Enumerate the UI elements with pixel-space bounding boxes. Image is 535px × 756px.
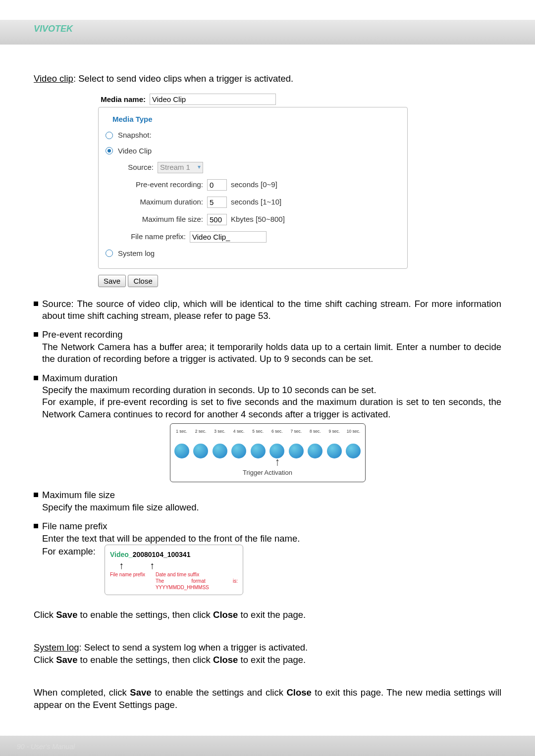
body-text: Source: The source of video clip, which …	[34, 298, 501, 711]
sec-label: 5 sec.	[252, 429, 264, 444]
bullet-icon	[34, 376, 38, 380]
bullet-source: Source: The source of video clip, which …	[34, 298, 501, 322]
dot-icon	[327, 444, 342, 458]
example-label-prefix: File name prefix	[110, 571, 156, 591]
bullet-maxduration-b1: Specify the maximum recording duration i…	[42, 384, 501, 396]
radio-systemlog-row[interactable]: System log	[106, 246, 400, 261]
bullet-preevent-body: The Network Camera has a buffer area; it…	[42, 341, 501, 365]
example-label-suffix-b: The format is: YYYYMMDD_HHMMSS	[156, 578, 238, 590]
bullet-prefix: File name prefix Enter the text that wil…	[34, 520, 501, 595]
source-select[interactable]: Stream 1 ▾	[158, 162, 203, 173]
dot-icon	[289, 444, 304, 458]
fieldset-legend: Media Type	[109, 114, 156, 124]
media-name-input[interactable]	[150, 94, 276, 105]
arrow-up-icon: ↑	[119, 560, 124, 570]
system-log-line: System log: Select to send a system log …	[34, 642, 501, 666]
preevent-input[interactable]	[207, 179, 227, 191]
dot-icon	[231, 444, 246, 458]
dot-icon	[193, 444, 208, 458]
intro-text: : Select to send video clips when a trig…	[73, 73, 293, 84]
bullet-prefix-b2: For example:	[42, 546, 96, 557]
prefix-label: File name prefix:	[125, 232, 190, 242]
dot-icon	[251, 444, 266, 458]
maxduration-input[interactable]	[207, 197, 227, 208]
radio-snapshot-label: Snapshot:	[118, 130, 152, 140]
videoclip-options: Source: Stream 1 ▾ Pre-event recording: …	[106, 159, 400, 246]
bullet-icon	[34, 302, 38, 306]
sec-label: 1 sec.	[176, 429, 187, 444]
maxfilesize-suffix: Kbytes [50~800]	[227, 214, 285, 224]
dot-icon	[213, 444, 227, 458]
sec-label: 4 sec.	[233, 429, 245, 444]
prefix-input[interactable]	[190, 231, 267, 243]
bullet-prefix-b1: Enter the text that will be appended to …	[42, 533, 501, 545]
maxduration-row: Maximum duration: seconds [1~10]	[125, 194, 400, 211]
sec-label: 9 sec.	[329, 429, 340, 444]
media-panel: Media name: Media Type Snapshot: Video C…	[98, 94, 408, 287]
completion-line: When completed, click Save to enable the…	[34, 687, 501, 711]
bullet-prefix-heading: File name prefix	[42, 520, 501, 532]
bullet-preevent: Pre-event recording The Network Camera h…	[34, 329, 501, 365]
close-button[interactable]: Close	[128, 275, 158, 287]
bullet-source-text: Source: The source of video clip, which …	[42, 298, 501, 322]
radio-icon	[106, 250, 113, 257]
footer-text: 90 - User's Manual	[17, 743, 75, 751]
preevent-row: Pre-event recording: seconds [0~9]	[125, 176, 400, 194]
chevron-down-icon: ▾	[198, 163, 201, 171]
bullet-maxfilesize: Maximum file size Specify the maximum fi…	[34, 489, 501, 513]
click-save-close-1: Click Save to enable the settings, then …	[34, 609, 501, 621]
bullet-maxduration-b2: For example, if pre-event recording is s…	[42, 396, 501, 420]
diagram-dots: 1 sec. 2 sec. 3 sec. 4 sec. 5 sec. 6 sec…	[174, 429, 361, 458]
maxfilesize-label: Maximum file size:	[125, 214, 207, 224]
maxduration-suffix: seconds [1~10]	[227, 197, 281, 207]
save-button[interactable]: Save	[98, 275, 126, 287]
source-row: Source: Stream 1 ▾	[125, 159, 400, 176]
button-bar: Save Close	[98, 275, 408, 287]
example-prefix: Video_	[110, 551, 133, 558]
media-name-label: Media name:	[98, 95, 150, 104]
bullet-icon	[34, 524, 38, 528]
radio-videoclip-row[interactable]: Video Clip	[106, 143, 400, 159]
media-type-fieldset: Media Type Snapshot: Video Clip Source: …	[98, 107, 408, 268]
example-suffix: 20080104_100341	[133, 551, 191, 558]
sec-label: 8 sec.	[310, 429, 321, 444]
maxfilesize-input[interactable]	[207, 214, 227, 225]
page-footer: 90 - User's Manual	[0, 736, 535, 756]
bullet-maxfilesize-body: Specify the maximum file size allowed.	[42, 502, 501, 513]
maxfilesize-row: Maximum file size: Kbytes [50~800]	[125, 211, 400, 228]
sec-label: 3 sec.	[214, 429, 225, 444]
page-header: VIVOTEK	[0, 0, 535, 45]
example-filename: Video_20080104_100341	[110, 550, 238, 559]
radio-icon	[106, 147, 113, 154]
preevent-label: Pre-event recording:	[125, 180, 207, 190]
arrow-up-icon: ↑	[150, 560, 155, 570]
bullet-maxfilesize-heading: Maximum file size	[42, 489, 501, 501]
dot-icon	[308, 444, 322, 458]
system-log-label: System log	[34, 642, 79, 653]
radio-snapshot-row[interactable]: Snapshot:	[106, 127, 400, 143]
source-label: Source:	[125, 162, 158, 172]
radio-icon	[106, 132, 113, 139]
bullet-maxduration: Maximum duration Specify the maximum rec…	[34, 372, 501, 421]
maxduration-label: Maximum duration:	[125, 197, 207, 207]
media-name-row: Media name:	[98, 94, 408, 105]
example-label-suffix-a: Date and time suffix	[156, 572, 199, 577]
bullet-icon	[34, 332, 38, 337]
intro-label: Video clip	[34, 73, 73, 84]
bullet-icon	[34, 493, 38, 497]
trigger-diagram: 1 sec. 2 sec. 3 sec. 4 sec. 5 sec. 6 sec…	[170, 423, 366, 482]
bullet-maxduration-heading: Maximum duration	[42, 372, 501, 384]
diagram-caption: Trigger Activation	[174, 468, 361, 477]
filename-example: Video_20080104_100341 ↑ ↑ File name pref…	[105, 545, 243, 595]
page-body: Video clip: Select to send video clips w…	[0, 45, 535, 711]
sec-label: 6 sec.	[271, 429, 283, 444]
dot-icon	[174, 444, 189, 458]
dot-icon	[346, 444, 361, 458]
brand-label: VIVOTEK	[34, 24, 73, 34]
intro-line: Video clip: Select to send video clips w…	[34, 73, 501, 85]
prefix-row: File name prefix:	[125, 228, 400, 246]
preevent-suffix: seconds [0~9]	[227, 180, 277, 190]
sec-label: 10 sec.	[347, 429, 360, 444]
bullet-preevent-heading: Pre-event recording	[42, 329, 501, 341]
source-value: Stream 1	[160, 162, 190, 172]
